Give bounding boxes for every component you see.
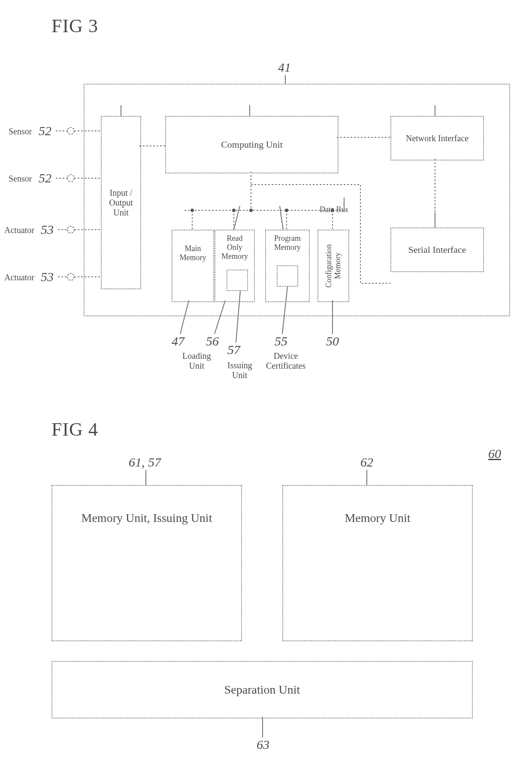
data-bus-label: Data Bus <box>320 205 348 214</box>
separation-unit-box: Separation Unit <box>51 661 473 719</box>
loading-unit-label: Loading Unit <box>182 351 211 371</box>
svg-point-8 <box>67 127 74 134</box>
device-cert-label: Device Certificates <box>266 351 305 371</box>
main-memory-label: Main Memory <box>178 243 208 264</box>
svg-point-10 <box>67 175 74 182</box>
fig3-title: FIG 3 <box>51 15 98 37</box>
ref-55: 55 <box>275 334 287 349</box>
ref-41: 41 <box>278 60 291 75</box>
program-inner-box <box>277 265 298 287</box>
separation-unit-label: Separation Unit <box>223 681 302 698</box>
fig4-title: FIG 4 <box>51 418 98 440</box>
serial-interface-box: Serial Interface <box>390 227 484 272</box>
ref-57: 57 <box>227 343 240 357</box>
main-memory-box: Main Memory <box>172 230 214 302</box>
rom-label: Read Only Memory <box>220 232 250 263</box>
ref-60: 60 <box>488 446 501 461</box>
computing-unit-box: Computing Unit <box>165 116 339 173</box>
io-unit-box: Input / Output Unit <box>101 116 141 289</box>
svg-point-14 <box>67 273 74 280</box>
config-memory-box: Configuration Memory <box>317 230 349 302</box>
computing-unit-label: Computing Unit <box>219 137 284 152</box>
actuator-label-1: Actuator <box>4 225 34 235</box>
memory-unit-box: Memory Unit <box>282 485 473 641</box>
ref-50: 50 <box>326 334 339 349</box>
rom-box: Read Only Memory <box>215 230 255 302</box>
serial-interface-label: Serial Interface <box>407 243 468 257</box>
network-interface-label: Network Interface <box>404 132 470 145</box>
rom-inner-box <box>227 270 248 291</box>
ref-61-57: 61, 57 <box>129 455 161 470</box>
issuing-unit-label: Issuing Unit <box>227 361 252 380</box>
sensor-label-2: Sensor <box>9 174 32 184</box>
ref-53b: 53 <box>41 270 54 284</box>
ref-62: 62 <box>360 455 373 470</box>
ref-52a: 52 <box>39 124 51 138</box>
config-memory-label: Configuration Memory <box>323 243 344 289</box>
ref-47: 47 <box>172 334 184 349</box>
program-memory-label: Program Memory <box>272 232 302 254</box>
network-interface-box: Network Interface <box>390 116 484 161</box>
ref-63: 63 <box>257 737 269 752</box>
ref-52b: 52 <box>39 171 51 185</box>
ref-53a: 53 <box>41 222 54 237</box>
memory-issuing-label: Memory Unit, Issuing Unit <box>80 509 214 527</box>
actuator-label-2: Actuator <box>4 273 34 282</box>
memory-unit-label: Memory Unit <box>343 509 412 527</box>
memory-issuing-box: Memory Unit, Issuing Unit <box>51 485 242 641</box>
io-unit-label: Input / Output Unit <box>107 186 135 219</box>
ref-56: 56 <box>206 334 219 349</box>
svg-point-12 <box>67 226 74 233</box>
sensor-label-1: Sensor <box>9 127 32 136</box>
